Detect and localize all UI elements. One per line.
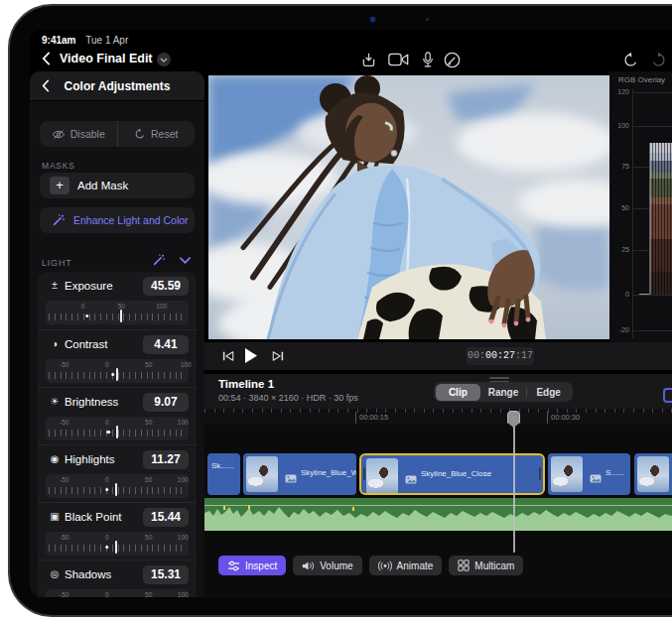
slider-label: Black Point	[65, 511, 122, 523]
volume-label: Volume	[320, 560, 352, 571]
scale-label: -50	[60, 534, 68, 541]
slider-current-marker[interactable]	[116, 368, 118, 381]
plus-icon: +	[50, 177, 69, 194]
slider-track[interactable]: -50 0 50 100	[46, 474, 189, 498]
audio-track[interactable]	[204, 498, 672, 531]
slider-brightness: ☀ Brightness 9.07 -50 0 50 100	[38, 387, 197, 444]
slider-value-field[interactable]: 4.41	[143, 335, 189, 354]
scale-label: 0	[105, 361, 109, 368]
slider-ticks	[49, 487, 186, 494]
slider-default-dot	[107, 431, 111, 435]
animate-button[interactable]: Animate	[369, 556, 443, 575]
timeline-action-bar: Inspect Volume Animate	[218, 556, 523, 575]
animate-label: Animate	[397, 560, 434, 571]
previous-frame-icon	[222, 350, 234, 362]
scale-label: 100	[178, 534, 189, 541]
playhead-handle[interactable]	[507, 411, 520, 428]
ruler-label: 00:00:15	[355, 412, 388, 424]
slider-track[interactable]: -50 0 50 100	[46, 359, 189, 383]
scale-label: 50	[145, 591, 152, 597]
app-screen: 9:41am Tue 1 Apr Video Final Edit	[30, 30, 672, 597]
slider-track[interactable]: -50 0 50 100	[46, 417, 189, 440]
edit-mode-segmented-control: Clip Range Edge	[434, 382, 573, 402]
scale-label: 50	[145, 476, 152, 483]
clip-partial-s[interactable]: S......	[548, 453, 630, 495]
slider-value-field[interactable]: 9.07	[143, 393, 189, 412]
scale-label: 0	[81, 303, 85, 310]
scale-label: -50	[60, 591, 68, 597]
voiceover-button[interactable]	[417, 51, 439, 68]
disable-label: Disable	[70, 128, 105, 140]
timecode-display[interactable]: 00:00:27:17	[467, 347, 534, 365]
clip-partial-left[interactable]: Sk......	[207, 453, 240, 495]
project-menu-button[interactable]	[157, 53, 171, 66]
transport-bar: 00:00:27:17	[204, 342, 672, 371]
image-icon	[405, 470, 417, 488]
camera-button[interactable]	[387, 51, 409, 68]
mode-range[interactable]: Range	[480, 384, 526, 401]
scale-label: 100	[178, 419, 189, 426]
next-frame-icon	[272, 350, 284, 362]
import-media-button[interactable]	[357, 51, 379, 68]
scale-label: 50	[145, 419, 152, 426]
back-icon[interactable]	[42, 52, 51, 65]
reset-icon	[134, 128, 146, 140]
scope-waveform	[649, 143, 672, 295]
disable-reset-group: Disable Reset	[40, 121, 195, 147]
front-camera	[370, 17, 375, 22]
mode-edge[interactable]: Edge	[526, 384, 572, 401]
slider-current-marker[interactable]	[115, 483, 117, 496]
slider-track[interactable]: 0 50 100	[46, 301, 189, 324]
volume-button[interactable]: Volume	[293, 556, 361, 575]
scope-baseline	[639, 294, 649, 295]
undo-button[interactable]	[619, 51, 641, 68]
multicam-grid-icon	[458, 559, 470, 571]
play-button[interactable]	[244, 347, 258, 364]
slider-track[interactable]: -50 0 50 100	[46, 589, 189, 597]
clip-skyline-blue-close-selected[interactable]: Skyline_Blue_Close	[359, 453, 545, 495]
mode-clip[interactable]: Clip	[436, 384, 481, 401]
collapse-chevron-icon[interactable]	[180, 257, 191, 264]
slider-value-field[interactable]: 11.27	[143, 450, 189, 469]
scale-label: 100	[156, 303, 167, 310]
scale-label: 0	[105, 534, 109, 541]
slider-value-field[interactable]: 45.59	[143, 277, 189, 296]
slider-current-marker[interactable]	[115, 541, 117, 554]
slider-value-field[interactable]: 15.44	[143, 508, 189, 527]
clip-partial-right[interactable]	[634, 453, 672, 495]
previous-frame-button[interactable]	[222, 350, 234, 362]
top-toolbar: Video Final Edit	[30, 46, 672, 71]
playhead-line[interactable]	[513, 419, 515, 553]
slider-current-marker[interactable]	[120, 310, 122, 322]
clip-name: Skyline_Blue_Close	[421, 469, 491, 478]
project-title[interactable]: Video Final Edit	[60, 52, 153, 65]
timeline-option-button-partial[interactable]	[663, 388, 672, 403]
viewer-frame-image	[208, 75, 609, 339]
disable-button[interactable]: Disable	[40, 121, 117, 147]
multicam-button[interactable]: Multicam	[449, 556, 523, 575]
scale-label: 0	[105, 419, 109, 426]
scale-label: 50	[118, 303, 125, 310]
slider-track[interactable]: -50 0 50 100	[46, 532, 189, 556]
timeline-ruler[interactable]: 00:00:15 00:00:30	[204, 409, 672, 425]
color-adjustments-panel: Color Adjustments Disable Reset	[30, 71, 204, 597]
slider-ticks	[49, 545, 186, 552]
slider-value-field[interactable]: 15.31	[143, 565, 189, 584]
panel-title: Color Adjustments	[30, 79, 204, 93]
redo-button[interactable]	[647, 51, 669, 68]
slider-highlights: ◉ Highlights 11.27 -50 0 50 100	[38, 444, 197, 502]
add-mask-button[interactable]: + Add Mask	[40, 173, 195, 198]
next-frame-button[interactable]	[272, 350, 284, 362]
reset-button[interactable]: Reset	[117, 121, 196, 147]
scale-label: -50	[60, 419, 68, 426]
inspect-button[interactable]: Inspect	[218, 556, 286, 575]
slider-current-marker[interactable]	[116, 426, 118, 438]
draw-button[interactable]	[441, 51, 463, 68]
clip-skyline-blue-wide[interactable]: Skyline_Blue_Wide	[243, 453, 356, 495]
clip-thumbnail	[246, 456, 278, 492]
slider-label: Shadows	[65, 568, 111, 580]
inspect-label: Inspect	[245, 560, 277, 571]
auto-enhance-icon[interactable]	[152, 253, 166, 267]
enhance-button[interactable]: Enhance Light and Color	[40, 207, 195, 233]
multicam-label: Multicam	[474, 560, 514, 571]
